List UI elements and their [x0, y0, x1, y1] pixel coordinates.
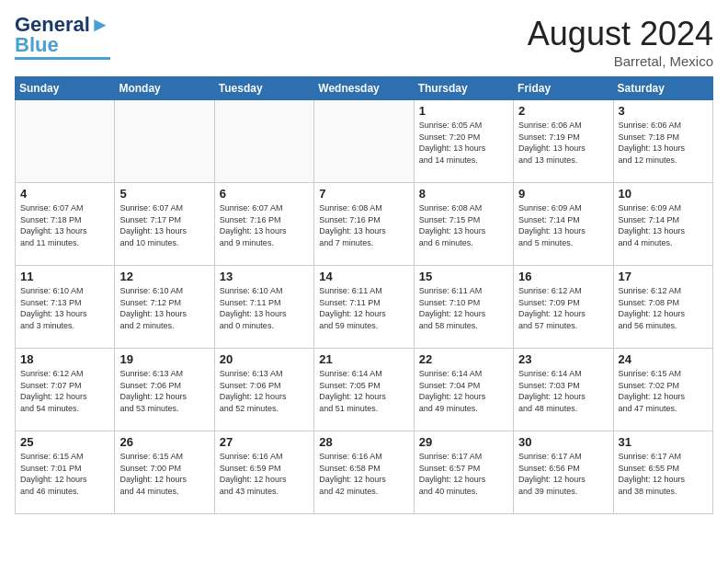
day-info: Sunrise: 6:09 AM Sunset: 7:14 PM Dayligh… — [518, 202, 608, 248]
calendar-cell: 14Sunrise: 6:11 AM Sunset: 7:11 PM Dayli… — [314, 266, 414, 349]
calendar-cell: 26Sunrise: 6:15 AM Sunset: 7:00 PM Dayli… — [115, 431, 214, 514]
calendar-week-row: 11Sunrise: 6:10 AM Sunset: 7:13 PM Dayli… — [16, 266, 713, 349]
calendar-cell: 24Sunrise: 6:15 AM Sunset: 7:02 PM Dayli… — [613, 349, 712, 431]
weekday-header: Saturday — [613, 77, 712, 100]
day-number: 28 — [319, 435, 408, 449]
weekday-header: Friday — [514, 77, 613, 100]
day-info: Sunrise: 6:05 AM Sunset: 7:20 PM Dayligh… — [419, 120, 508, 166]
day-number: 19 — [119, 352, 209, 366]
day-number: 9 — [518, 187, 608, 201]
day-number: 25 — [20, 435, 109, 449]
calendar-cell: 13Sunrise: 6:10 AM Sunset: 7:11 PM Dayli… — [214, 266, 313, 349]
day-info: Sunrise: 6:14 AM Sunset: 7:03 PM Dayligh… — [518, 368, 608, 414]
day-info: Sunrise: 6:13 AM Sunset: 7:06 PM Dayligh… — [119, 368, 209, 414]
day-info: Sunrise: 6:17 AM Sunset: 6:55 PM Dayligh… — [619, 451, 708, 497]
day-info: Sunrise: 6:06 AM Sunset: 7:19 PM Dayligh… — [518, 120, 608, 166]
day-number: 2 — [518, 104, 608, 118]
calendar-cell: 3Sunrise: 6:06 AM Sunset: 7:18 PM Daylig… — [613, 100, 712, 183]
day-number: 31 — [619, 435, 708, 449]
day-number: 17 — [619, 270, 708, 283]
day-info: Sunrise: 6:07 AM Sunset: 7:18 PM Dayligh… — [20, 202, 109, 248]
month-title: August 2024 — [528, 15, 713, 53]
page-header: General►Blue August 2024 Barretal, Mexic… — [15, 15, 713, 69]
day-info: Sunrise: 6:16 AM Sunset: 6:59 PM Dayligh… — [220, 451, 309, 497]
calendar-cell: 4Sunrise: 6:07 AM Sunset: 7:18 PM Daylig… — [16, 183, 115, 266]
calendar-week-row: 1Sunrise: 6:05 AM Sunset: 7:20 PM Daylig… — [16, 100, 713, 183]
day-number: 13 — [220, 270, 309, 283]
day-info: Sunrise: 6:15 AM Sunset: 7:02 PM Dayligh… — [619, 368, 708, 414]
calendar-cell: 9Sunrise: 6:09 AM Sunset: 7:14 PM Daylig… — [514, 183, 613, 266]
calendar-cell: 17Sunrise: 6:12 AM Sunset: 7:08 PM Dayli… — [613, 266, 712, 349]
day-info: Sunrise: 6:14 AM Sunset: 7:04 PM Dayligh… — [419, 368, 508, 414]
calendar-cell: 1Sunrise: 6:05 AM Sunset: 7:20 PM Daylig… — [414, 100, 513, 183]
calendar-cell: 6Sunrise: 6:07 AM Sunset: 7:16 PM Daylig… — [214, 183, 313, 266]
day-info: Sunrise: 6:07 AM Sunset: 7:17 PM Dayligh… — [119, 202, 209, 248]
calendar-cell: 12Sunrise: 6:10 AM Sunset: 7:12 PM Dayli… — [115, 266, 214, 349]
day-number: 18 — [20, 352, 109, 366]
calendar-cell: 23Sunrise: 6:14 AM Sunset: 7:03 PM Dayli… — [514, 349, 613, 431]
calendar-cell: 20Sunrise: 6:13 AM Sunset: 7:06 PM Dayli… — [214, 349, 313, 431]
day-number: 21 — [319, 352, 408, 366]
calendar-cell: 28Sunrise: 6:16 AM Sunset: 6:58 PM Dayli… — [314, 431, 414, 514]
calendar-cell: 16Sunrise: 6:12 AM Sunset: 7:09 PM Dayli… — [514, 266, 613, 349]
calendar-cell — [115, 100, 214, 183]
day-number: 4 — [20, 187, 109, 201]
calendar-cell: 2Sunrise: 6:06 AM Sunset: 7:19 PM Daylig… — [514, 100, 613, 183]
day-info: Sunrise: 6:14 AM Sunset: 7:05 PM Dayligh… — [319, 368, 408, 414]
day-number: 7 — [319, 187, 408, 201]
calendar-cell: 31Sunrise: 6:17 AM Sunset: 6:55 PM Dayli… — [613, 431, 712, 514]
location-subtitle: Barretal, Mexico — [528, 53, 713, 69]
day-number: 16 — [518, 270, 608, 283]
day-number: 27 — [220, 435, 309, 449]
weekday-header: Tuesday — [214, 77, 313, 100]
logo: General►Blue — [15, 15, 110, 60]
day-number: 8 — [419, 187, 508, 201]
calendar-cell — [16, 100, 115, 183]
title-block: August 2024 Barretal, Mexico — [528, 15, 713, 69]
day-number: 12 — [119, 270, 209, 283]
day-info: Sunrise: 6:15 AM Sunset: 7:00 PM Dayligh… — [119, 451, 209, 497]
day-info: Sunrise: 6:10 AM Sunset: 7:12 PM Dayligh… — [119, 285, 209, 331]
logo-text: General►Blue — [15, 15, 110, 55]
calendar-cell: 8Sunrise: 6:08 AM Sunset: 7:15 PM Daylig… — [414, 183, 513, 266]
weekday-header: Sunday — [16, 77, 115, 100]
day-number: 23 — [518, 352, 608, 366]
day-number: 11 — [20, 270, 109, 283]
calendar-cell: 18Sunrise: 6:12 AM Sunset: 7:07 PM Dayli… — [16, 349, 115, 431]
day-number: 29 — [419, 435, 508, 449]
calendar-cell: 11Sunrise: 6:10 AM Sunset: 7:13 PM Dayli… — [16, 266, 115, 349]
calendar-cell: 25Sunrise: 6:15 AM Sunset: 7:01 PM Dayli… — [16, 431, 115, 514]
calendar-week-row: 4Sunrise: 6:07 AM Sunset: 7:18 PM Daylig… — [16, 183, 713, 266]
calendar-cell: 27Sunrise: 6:16 AM Sunset: 6:59 PM Dayli… — [214, 431, 313, 514]
day-info: Sunrise: 6:08 AM Sunset: 7:16 PM Dayligh… — [319, 202, 408, 248]
calendar-week-row: 18Sunrise: 6:12 AM Sunset: 7:07 PM Dayli… — [16, 349, 713, 431]
day-info: Sunrise: 6:17 AM Sunset: 6:57 PM Dayligh… — [419, 451, 508, 497]
logo-underline — [15, 57, 110, 60]
day-number: 1 — [419, 104, 508, 118]
calendar-cell: 19Sunrise: 6:13 AM Sunset: 7:06 PM Dayli… — [115, 349, 214, 431]
day-info: Sunrise: 6:11 AM Sunset: 7:10 PM Dayligh… — [419, 285, 508, 331]
day-info: Sunrise: 6:12 AM Sunset: 7:07 PM Dayligh… — [20, 368, 109, 414]
calendar-week-row: 25Sunrise: 6:15 AM Sunset: 7:01 PM Dayli… — [16, 431, 713, 514]
day-number: 10 — [619, 187, 708, 201]
day-info: Sunrise: 6:13 AM Sunset: 7:06 PM Dayligh… — [220, 368, 309, 414]
day-number: 24 — [619, 352, 708, 366]
calendar-cell — [314, 100, 414, 183]
day-number: 3 — [619, 104, 708, 118]
calendar-cell: 5Sunrise: 6:07 AM Sunset: 7:17 PM Daylig… — [115, 183, 214, 266]
calendar-cell — [214, 100, 313, 183]
weekday-header: Monday — [115, 77, 214, 100]
day-info: Sunrise: 6:10 AM Sunset: 7:11 PM Dayligh… — [220, 285, 309, 331]
day-info: Sunrise: 6:09 AM Sunset: 7:14 PM Dayligh… — [619, 202, 708, 248]
weekday-header: Wednesday — [314, 77, 414, 100]
day-number: 6 — [220, 187, 309, 201]
day-number: 14 — [319, 270, 408, 283]
day-number: 26 — [119, 435, 209, 449]
calendar-cell: 10Sunrise: 6:09 AM Sunset: 7:14 PM Dayli… — [613, 183, 712, 266]
calendar-cell: 22Sunrise: 6:14 AM Sunset: 7:04 PM Dayli… — [414, 349, 513, 431]
day-info: Sunrise: 6:10 AM Sunset: 7:13 PM Dayligh… — [20, 285, 109, 331]
calendar-cell: 30Sunrise: 6:17 AM Sunset: 6:56 PM Dayli… — [514, 431, 613, 514]
calendar-cell: 15Sunrise: 6:11 AM Sunset: 7:10 PM Dayli… — [414, 266, 513, 349]
day-info: Sunrise: 6:06 AM Sunset: 7:18 PM Dayligh… — [619, 120, 708, 166]
day-info: Sunrise: 6:07 AM Sunset: 7:16 PM Dayligh… — [220, 202, 309, 248]
